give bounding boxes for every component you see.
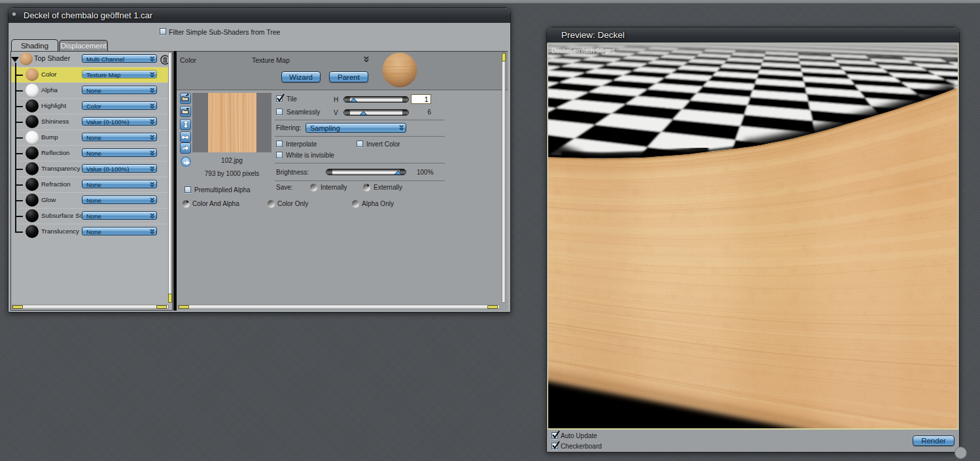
svg-text:Deckel einfach 60 grd: Deckel einfach 60 grd <box>551 47 615 54</box>
